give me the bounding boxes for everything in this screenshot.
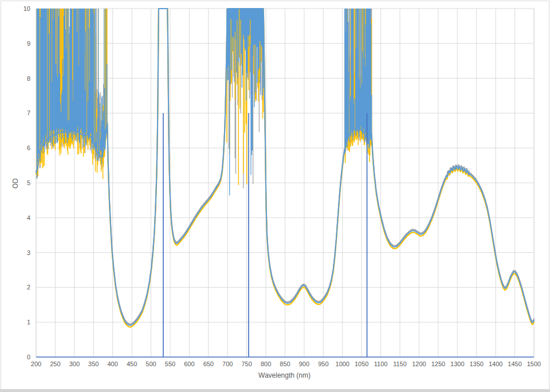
x-tick-label: 950 [318, 360, 328, 367]
x-tick-label: 550 [165, 360, 175, 367]
x-tick-label: 300 [69, 360, 80, 367]
y-tick-label: 9 [27, 40, 30, 47]
x-tick-label: 350 [88, 360, 99, 367]
chart-window: 2002503003504004505005506006507007508008… [0, 0, 550, 392]
x-tick-label: 500 [146, 360, 156, 367]
plot-svg: 2002503003504004505005506006507007508008… [1, 1, 550, 392]
y-tick-label: 0 [27, 354, 30, 360]
y-tick-label: 6 [27, 144, 30, 151]
x-tick-label: 700 [222, 360, 233, 367]
od-spectrum-chart: 2002503003504004505005506006507007508008… [1, 1, 549, 391]
y-tick-labels: 012345678910 [23, 5, 30, 360]
y-axis-title: OD [11, 178, 19, 189]
x-tick-label: 900 [299, 360, 309, 367]
x-tick-label: 600 [184, 360, 194, 367]
x-tick-label: 1000 [336, 360, 349, 367]
y-tick-label: 3 [27, 249, 30, 256]
x-tick-label: 200 [31, 360, 41, 367]
y-tick-label: 5 [27, 179, 30, 186]
x-tick-label: 1050 [355, 360, 368, 367]
y-tick-label: 4 [27, 214, 30, 221]
x-tick-label: 1300 [450, 360, 464, 367]
gridlines-group [36, 9, 534, 357]
x-tick-label: 1400 [489, 360, 502, 367]
y-tick-label: 1 [27, 319, 30, 326]
y-tick-label: 2 [27, 284, 30, 291]
x-axis-title: Wavelength (nm) [36, 371, 533, 379]
x-tick-labels: 2002503003504004505005506006507007508008… [31, 360, 541, 367]
x-tick-label: 1250 [431, 360, 445, 367]
x-tick-label: 1500 [527, 360, 541, 367]
x-tick-label: 250 [50, 360, 60, 367]
x-tick-label: 1450 [508, 360, 521, 367]
x-tick-label: 400 [108, 360, 118, 367]
y-tick-label: 10 [23, 5, 30, 12]
y-tick-label: 7 [27, 109, 30, 116]
x-tick-label: 800 [261, 360, 271, 367]
window-bottom-edge [0, 389, 550, 392]
x-tick-label: 1350 [469, 360, 483, 367]
x-tick-label: 650 [203, 360, 214, 367]
x-tick-label: 850 [280, 360, 290, 367]
y-tick-label: 8 [27, 75, 30, 82]
x-tick-label: 1100 [374, 360, 388, 367]
x-tick-label: 450 [127, 360, 137, 367]
x-tick-label: 750 [241, 360, 252, 367]
x-tick-label: 1200 [412, 360, 426, 367]
x-tick-label: 1150 [393, 360, 407, 367]
